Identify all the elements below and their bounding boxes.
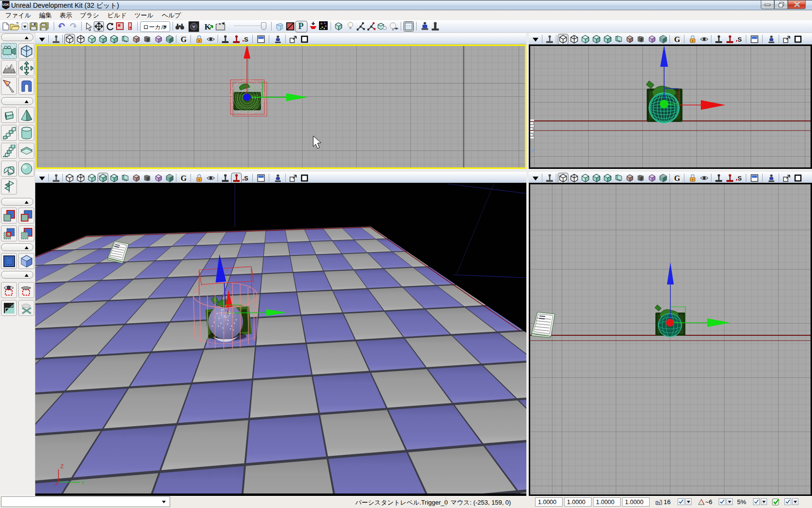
svg-text:Z: Z bbox=[60, 463, 64, 469]
svg-text:UDK: UDK bbox=[2, 3, 9, 6]
svg-text:K: K bbox=[204, 22, 211, 31]
svg-text:Y: Y bbox=[81, 480, 85, 486]
